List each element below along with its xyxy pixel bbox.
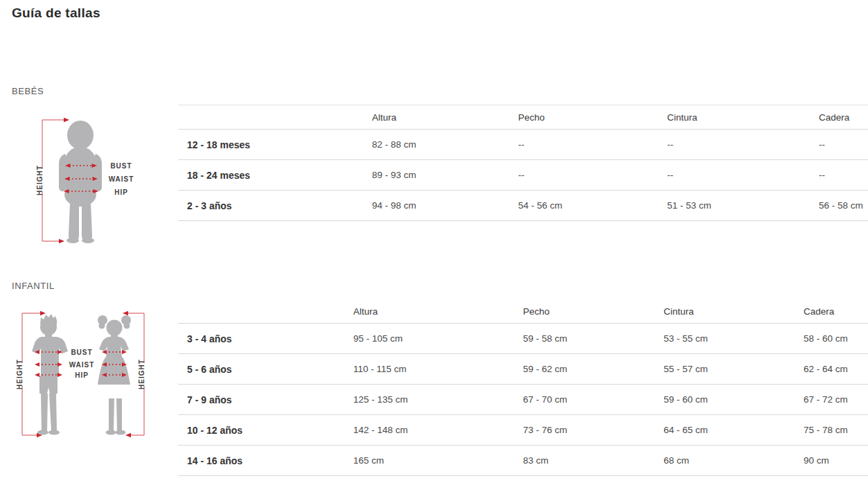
cintura-value: 59 - 60 cm <box>664 385 804 415</box>
height-label: HEIGHT <box>138 359 145 389</box>
size-label: 14 - 16 años <box>178 446 353 476</box>
cintura-value: 64 - 65 cm <box>664 415 804 446</box>
column-header-cadera: Cadera <box>819 105 868 130</box>
bust-label: BUST <box>110 162 132 170</box>
cintura-value: 53 - 55 cm <box>664 324 804 354</box>
table-row: 18 - 24 meses 89 - 93 cm -- -- -- <box>178 160 868 191</box>
size-label: 7 - 9 años <box>178 385 353 415</box>
size-label: 3 - 4 años <box>178 324 353 354</box>
height-label: HEIGHT <box>16 359 24 389</box>
column-header-size <box>178 105 372 130</box>
altura-value: 94 - 98 cm <box>372 191 518 221</box>
height-label: HEIGHT <box>36 165 44 195</box>
cadera-value: 75 - 78 cm <box>804 415 868 446</box>
altura-value: 165 cm <box>353 446 523 476</box>
arrow-icon <box>125 433 131 437</box>
arrow-up-icon <box>64 118 69 122</box>
size-table-infantil: Altura Pecho Cintura Cadera 3 - 4 años 9… <box>178 300 868 476</box>
arrow-icon <box>40 311 46 315</box>
column-header-altura: Altura <box>353 300 523 324</box>
table-row: 12 - 18 meses 82 - 88 cm -- -- -- <box>178 130 868 160</box>
hip-label: HIP <box>114 188 128 196</box>
cadera-value: 56 - 58 cm <box>819 191 868 221</box>
page-title: Guía de tallas <box>12 6 100 21</box>
arrow-icon <box>123 311 128 315</box>
table-row: 5 - 6 años 110 - 115 cm 59 - 62 cm 55 - … <box>178 354 868 385</box>
section-label-infantil: INFANTIL <box>12 281 55 291</box>
pecho-value: 73 - 76 cm <box>523 415 664 446</box>
baby-silhouette-icon <box>59 121 102 243</box>
altura-value: 89 - 93 cm <box>372 160 518 191</box>
bust-label: BUST <box>71 349 92 356</box>
pecho-value: 59 - 58 cm <box>523 324 664 354</box>
waist-label: WAIST <box>69 361 95 369</box>
size-label: 2 - 3 años <box>178 191 372 221</box>
pecho-value: 67 - 70 cm <box>523 385 664 415</box>
column-header-cadera: Cadera <box>804 300 868 324</box>
size-label: 18 - 24 meses <box>178 160 372 191</box>
column-header-altura: Altura <box>372 105 518 130</box>
cintura-value: -- <box>667 130 819 160</box>
pecho-value: -- <box>518 130 667 160</box>
cintura-value: -- <box>667 160 819 191</box>
altura-value: 142 - 148 cm <box>353 415 523 446</box>
column-header-pecho: Pecho <box>518 105 667 130</box>
baby-measurement-figure: HEIGHT BUST WA <box>21 111 173 246</box>
table-header-row: Altura Pecho Cintura Cadera <box>178 105 868 130</box>
size-label: 5 - 6 años <box>178 354 353 385</box>
pecho-value: -- <box>518 160 667 191</box>
children-measurement-figure: HEIGHT <box>12 306 158 445</box>
section-label-bebes: BEBÉS <box>12 86 44 96</box>
table-row: 2 - 3 años 94 - 98 cm 54 - 56 cm 51 - 53… <box>178 191 868 221</box>
cadera-value: 67 - 72 cm <box>804 385 868 415</box>
table-row: 14 - 16 años 165 cm 83 cm 68 cm 90 cm <box>178 446 868 476</box>
altura-value: 82 - 88 cm <box>372 130 518 160</box>
column-header-cintura: Cintura <box>664 300 804 324</box>
column-header-pecho: Pecho <box>523 300 664 324</box>
cadera-value: 58 - 60 cm <box>804 324 868 354</box>
table-row: 3 - 4 años 95 - 105 cm 59 - 58 cm 53 - 5… <box>178 324 868 354</box>
table-row: 10 - 12 años 142 - 148 cm 73 - 76 cm 64 … <box>178 415 868 446</box>
size-guide-page: Guía de tallas BEBÉS HEIGHT <box>0 0 868 492</box>
pecho-value: 54 - 56 cm <box>518 191 667 221</box>
column-header-size <box>178 300 353 324</box>
waist-label: WAIST <box>109 175 134 183</box>
size-label: 12 - 18 meses <box>178 130 372 160</box>
size-label: 10 - 12 años <box>178 415 353 446</box>
table-row: 7 - 9 años 125 - 135 cm 67 - 70 cm 59 - … <box>178 385 868 415</box>
arrow-down-icon <box>59 239 64 243</box>
altura-value: 110 - 115 cm <box>353 354 523 385</box>
cadera-value: -- <box>819 130 868 160</box>
cintura-value: 68 cm <box>664 446 804 476</box>
hip-label: HIP <box>75 371 89 379</box>
cintura-value: 55 - 57 cm <box>664 354 804 385</box>
cintura-value: 51 - 53 cm <box>667 191 819 221</box>
table-header-row: Altura Pecho Cintura Cadera <box>178 300 868 324</box>
cadera-value: 62 - 64 cm <box>804 354 868 385</box>
altura-value: 95 - 105 cm <box>353 324 523 354</box>
pecho-value: 59 - 62 cm <box>523 354 664 385</box>
size-table-bebes: Altura Pecho Cintura Cadera 12 - 18 mese… <box>178 105 868 221</box>
cadera-value: -- <box>819 160 868 191</box>
pecho-value: 83 cm <box>523 446 664 476</box>
column-header-cintura: Cintura <box>667 105 819 130</box>
altura-value: 125 - 135 cm <box>353 385 523 415</box>
cadera-value: 90 cm <box>804 446 868 476</box>
